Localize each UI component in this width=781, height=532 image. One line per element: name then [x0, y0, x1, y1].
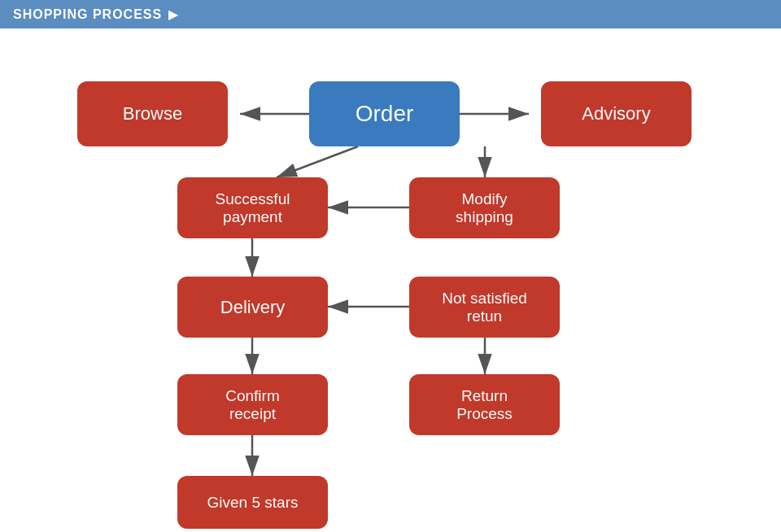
diagram-area: Browse Order Advisory Successful payment… — [0, 28, 781, 525]
confirm-receipt-node: Confirm receipt — [177, 374, 328, 435]
return-process-label: Return Process — [456, 387, 513, 423]
header: SHOPPING PROCESS ▶ — [0, 0, 781, 28]
browse-node: Browse — [77, 81, 228, 146]
delivery-node: Delivery — [177, 277, 328, 338]
order-label: Order — [356, 101, 414, 127]
delivery-label: Delivery — [220, 297, 285, 318]
given-5-stars-label: Given 5 stars — [207, 494, 299, 512]
return-process-node: Return Process — [409, 374, 560, 435]
header-title: SHOPPING PROCESS — [13, 7, 162, 22]
modify-shipping-node: Modify shipping — [409, 177, 560, 238]
not-satisfied-label: Not satisfied retun — [442, 290, 527, 325]
browse-label: Browse — [123, 103, 182, 124]
order-node: Order — [309, 81, 460, 146]
successful-payment-label: Successful payment — [216, 190, 290, 226]
successful-payment-node: Successful payment — [177, 177, 328, 238]
svg-line-4 — [277, 146, 358, 177]
confirm-receipt-label: Confirm receipt — [225, 387, 280, 423]
not-satisfied-node: Not satisfied retun — [409, 277, 560, 338]
modify-shipping-label: Modify shipping — [456, 190, 513, 226]
header-arrow: ▶ — [168, 7, 178, 22]
given-5-stars-node: Given 5 stars — [177, 476, 328, 529]
advisory-node: Advisory — [541, 81, 692, 146]
advisory-label: Advisory — [582, 103, 650, 124]
